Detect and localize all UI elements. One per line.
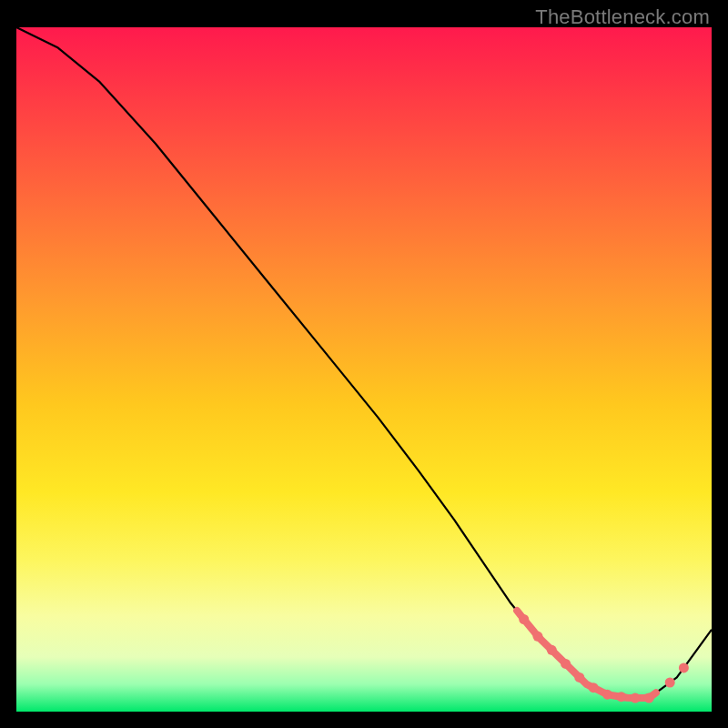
bottleneck-curve [16, 27, 712, 698]
trough-highlight [517, 611, 656, 698]
watermark-text: TheBottleneck.com [535, 5, 710, 29]
highlight-dot [665, 678, 675, 688]
highlight-dot [631, 693, 641, 703]
highlight-dot [644, 693, 654, 703]
highlight-dot [616, 692, 626, 702]
highlight-dot [602, 690, 612, 700]
chart-svg [16, 27, 712, 712]
highlight-dot [679, 662, 689, 672]
highlight-dot [589, 682, 599, 693]
chart-area [16, 27, 712, 712]
highlight-dot [519, 614, 529, 624]
highlight-dot [561, 659, 571, 669]
highlight-dot [547, 645, 557, 655]
highlight-dot [574, 672, 584, 682]
highlight-dot [533, 632, 543, 642]
